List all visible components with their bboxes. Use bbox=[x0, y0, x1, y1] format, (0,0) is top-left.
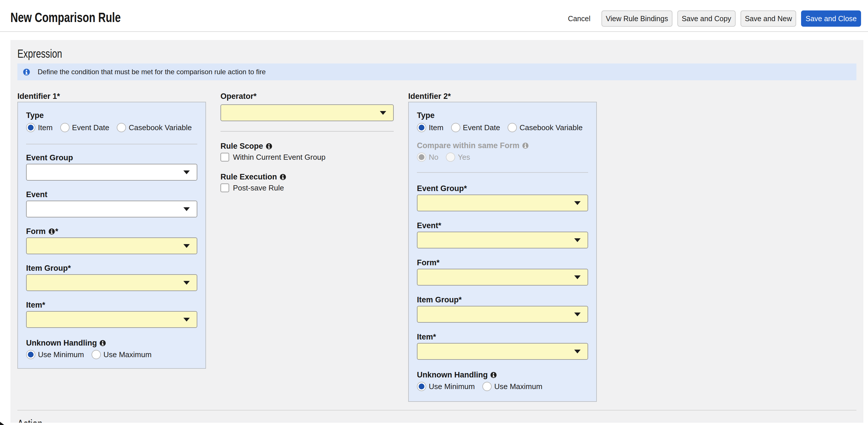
field-label: Form * bbox=[26, 226, 197, 236]
field-label: Item Group* bbox=[417, 294, 588, 305]
radio-option-use-minimum[interactable]: Use Minimum bbox=[26, 350, 84, 359]
compare-within-same-form-label: Compare within same Form bbox=[417, 140, 588, 151]
radio-option-item[interactable]: Item bbox=[417, 123, 443, 132]
unknown-handling-group: Unknown Handling Use Minimum Use Maximum bbox=[26, 338, 197, 359]
identifier1-panel: Type Item Event Date Casebook Variabl bbox=[18, 102, 206, 369]
view-rule-bindings-button[interactable]: View Rule Bindings bbox=[601, 10, 673, 27]
item-group-dropdown[interactable] bbox=[26, 274, 197, 291]
operator-section: Operator* Rule Scope Within Current Even… bbox=[220, 91, 394, 402]
identifier2-label: Identifier 2* bbox=[408, 91, 597, 102]
unknown-handling-radios: Use Minimum Use Maximum bbox=[417, 382, 588, 391]
info-icon[interactable] bbox=[49, 228, 55, 234]
item-dropdown[interactable] bbox=[417, 343, 588, 360]
unknown-handling-label: Unknown Handling bbox=[417, 370, 588, 380]
info-icon bbox=[522, 143, 528, 149]
expression-section-title: Expression bbox=[18, 40, 857, 60]
radio-option-casebook-variable[interactable]: Casebook Variable bbox=[507, 123, 583, 132]
divider bbox=[417, 172, 588, 173]
action-section-title: Action bbox=[18, 410, 857, 423]
cancel-button[interactable]: Cancel bbox=[567, 10, 592, 27]
radio-option-use-maximum[interactable]: Use Maximum bbox=[483, 382, 542, 391]
radio-selected-icon bbox=[417, 123, 426, 132]
field-item: Item* bbox=[26, 300, 197, 328]
radio-disabled-selected-icon bbox=[417, 152, 426, 162]
expression-columns: Identifier 1* Type Item Event Date bbox=[18, 91, 857, 402]
field-form: Form * bbox=[26, 226, 197, 254]
chevron-down-icon bbox=[183, 318, 190, 321]
identifier2-type-label: Type bbox=[417, 110, 588, 121]
field-event-group: Event Group bbox=[26, 152, 197, 180]
info-icon bbox=[23, 69, 30, 75]
radio-disabled-icon bbox=[446, 152, 455, 162]
radio-unselected-icon bbox=[117, 123, 126, 132]
radio-unselected-icon bbox=[451, 123, 460, 132]
header: New Comparison Rule Cancel View Rule Bin… bbox=[0, 0, 868, 32]
save-and-copy-button[interactable]: Save and Copy bbox=[677, 10, 736, 27]
chevron-down-icon bbox=[574, 201, 581, 205]
identifier1-label: Identifier 1* bbox=[18, 91, 206, 102]
info-icon[interactable] bbox=[280, 174, 286, 180]
item-dropdown[interactable] bbox=[26, 311, 197, 328]
radio-selected-icon bbox=[417, 382, 426, 391]
chevron-down-icon bbox=[183, 244, 190, 248]
radio-option-event-date[interactable]: Event Date bbox=[451, 123, 500, 132]
chevron-down-icon bbox=[183, 281, 190, 285]
form-dropdown[interactable] bbox=[417, 269, 588, 286]
item-group-dropdown[interactable] bbox=[417, 306, 588, 323]
post-save-rule-checkbox[interactable]: Post-save Rule bbox=[220, 183, 394, 193]
event-group-dropdown[interactable] bbox=[26, 164, 197, 180]
rule-execution-label: Rule Execution bbox=[220, 172, 394, 182]
save-and-close-button[interactable]: Save and Close bbox=[801, 10, 861, 27]
info-banner-text: Define the condition that must be met fo… bbox=[38, 68, 266, 76]
radio-option-use-maximum[interactable]: Use Maximum bbox=[92, 350, 152, 359]
radio-option-event-date[interactable]: Event Date bbox=[60, 123, 110, 132]
chevron-down-icon bbox=[380, 111, 386, 115]
radio-selected-icon bbox=[26, 350, 35, 359]
identifier1-section: Identifier 1* Type Item Event Date bbox=[18, 91, 206, 402]
radio-unselected-icon bbox=[60, 123, 69, 132]
expression-section: Expression Define the condition that mus… bbox=[10, 40, 863, 423]
chevron-down-icon bbox=[574, 238, 581, 242]
field-event: Event* bbox=[417, 220, 588, 249]
field-label: Form* bbox=[417, 257, 588, 268]
radio-option-use-minimum[interactable]: Use Minimum bbox=[417, 382, 475, 391]
info-banner: Define the condition that must be met fo… bbox=[18, 63, 857, 80]
radio-option-yes: Yes bbox=[446, 152, 470, 162]
field-label: Event* bbox=[417, 220, 588, 231]
chevron-down-icon bbox=[183, 170, 190, 174]
info-icon[interactable] bbox=[266, 143, 272, 149]
event-group-dropdown[interactable] bbox=[417, 195, 588, 211]
identifier1-type-label: Type bbox=[26, 110, 197, 121]
compare-within-same-form-group: Compare within same Form No Yes bbox=[417, 140, 588, 162]
field-label: Item* bbox=[417, 332, 588, 342]
unknown-handling-label: Unknown Handling bbox=[26, 338, 197, 348]
radio-unselected-icon bbox=[483, 382, 492, 391]
chevron-down-icon bbox=[183, 207, 190, 211]
radio-option-item[interactable]: Item bbox=[26, 123, 53, 132]
field-event-group: Event Group* bbox=[417, 183, 588, 211]
identifier1-type-radios: Item Event Date Casebook Variable bbox=[26, 123, 197, 132]
field-label: Event bbox=[26, 189, 197, 200]
save-and-new-button[interactable]: Save and New bbox=[741, 10, 797, 27]
mouse-cursor bbox=[0, 421, 6, 425]
page-title: New Comparison Rule bbox=[10, 10, 152, 25]
radio-option-no: No bbox=[417, 152, 438, 162]
event-dropdown[interactable] bbox=[26, 201, 197, 218]
operator-dropdown[interactable] bbox=[220, 104, 394, 121]
radio-option-casebook-variable[interactable]: Casebook Variable bbox=[117, 123, 192, 132]
field-item-group: Item Group* bbox=[26, 263, 197, 291]
within-current-event-group-checkbox[interactable]: Within Current Event Group bbox=[220, 152, 394, 162]
form-dropdown[interactable] bbox=[26, 237, 197, 254]
event-dropdown[interactable] bbox=[417, 232, 588, 249]
field-item-group: Item Group* bbox=[417, 294, 588, 323]
field-form: Form* bbox=[417, 257, 588, 286]
divider bbox=[220, 131, 394, 132]
info-icon[interactable] bbox=[491, 372, 497, 378]
chevron-down-icon bbox=[574, 276, 581, 279]
field-label: Item Group* bbox=[26, 263, 197, 273]
info-icon[interactable] bbox=[100, 340, 106, 346]
identifier2-section: Identifier 2* Type Item Event Date bbox=[408, 91, 597, 402]
chevron-down-icon bbox=[574, 350, 581, 353]
field-item: Item* bbox=[417, 332, 588, 360]
checkbox-icon bbox=[220, 153, 229, 162]
